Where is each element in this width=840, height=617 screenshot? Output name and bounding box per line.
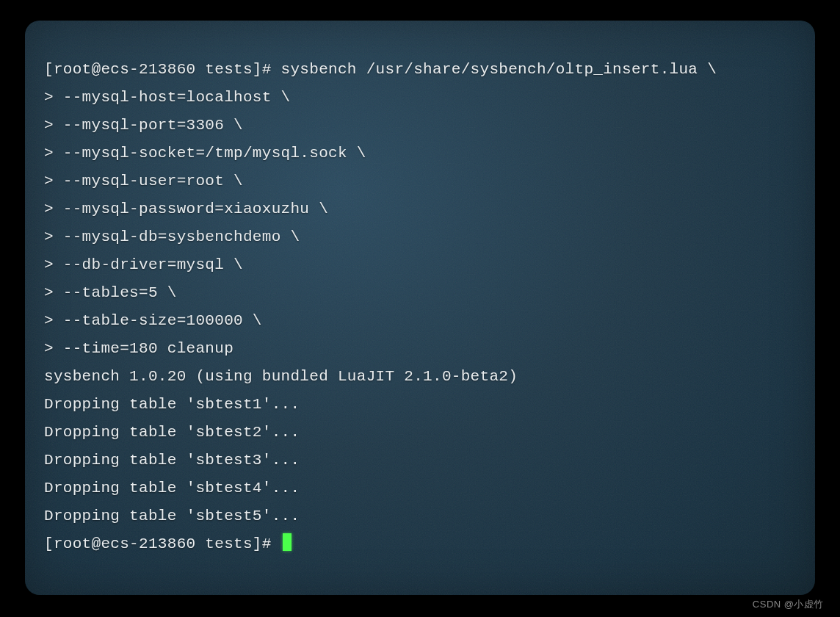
watermark-text: CSDN @小虚竹 <box>753 598 824 611</box>
terminal-line: Dropping table 'sbtest3'... <box>44 447 796 475</box>
terminal-line: > --db-driver=mysql \ <box>44 251 796 279</box>
terminal-line: > --mysql-db=sysbenchdemo \ <box>44 223 796 251</box>
terminal-window[interactable]: [root@ecs-213860 tests]# sysbench /usr/s… <box>25 21 815 595</box>
terminal-prompt-line[interactable]: [root@ecs-213860 tests]# <box>44 530 796 558</box>
terminal-line: Dropping table 'sbtest4'... <box>44 475 796 502</box>
terminal-line: sysbench 1.0.20 (using bundled LuaJIT 2.… <box>44 363 796 391</box>
terminal-line: > --mysql-socket=/tmp/mysql.sock \ <box>44 140 796 167</box>
terminal-line: Dropping table 'sbtest2'... <box>44 419 796 447</box>
terminal-line: > --tables=5 \ <box>44 279 796 307</box>
cursor-icon <box>283 533 292 551</box>
terminal-line: Dropping table 'sbtest1'... <box>44 391 796 419</box>
terminal-line: > --mysql-user=root \ <box>44 167 796 195</box>
terminal-line: > --time=180 cleanup <box>44 335 796 363</box>
terminal-line: > --mysql-port=3306 \ <box>44 112 796 140</box>
terminal-prompt: [root@ecs-213860 tests]# <box>44 535 281 552</box>
terminal-line: [root@ecs-213860 tests]# sysbench /usr/s… <box>44 56 796 84</box>
terminal-line: > --mysql-host=localhost \ <box>44 84 796 112</box>
terminal-line: > --mysql-password=xiaoxuzhu \ <box>44 195 796 223</box>
terminal-line: Dropping table 'sbtest5'... <box>44 502 796 530</box>
terminal-line: > --table-size=100000 \ <box>44 307 796 335</box>
